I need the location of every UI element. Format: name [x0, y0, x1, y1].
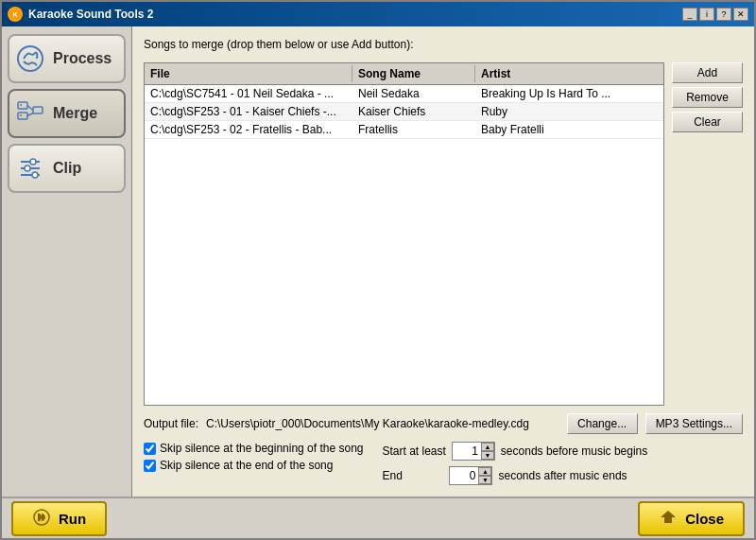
- sidebar-item-merge[interactable]: Merge: [8, 89, 126, 138]
- end-timing-label: End: [382, 469, 443, 482]
- app-icon: K: [8, 7, 23, 22]
- options-section: Skip silence at the beginning of the son…: [144, 442, 743, 485]
- sidebar-process-label: Process: [53, 50, 112, 67]
- td-artist: Ruby: [475, 103, 627, 120]
- td-file: C:\cdg\SC7541 - 01 Neil Sedaka - ...: [145, 85, 352, 102]
- start-timing-label: Start at least: [382, 444, 445, 458]
- skip-silence-end-row: Skip silence at the end of the song: [144, 459, 363, 472]
- td-artist: Breaking Up Is Hard To ...: [475, 85, 627, 102]
- skip-silence-start-checkbox[interactable]: [144, 443, 156, 455]
- col-header-song: Song Name: [352, 65, 475, 82]
- td-artist: Baby Fratelli: [475, 121, 627, 138]
- process-icon: [15, 44, 45, 74]
- start-value-input[interactable]: 1: [453, 443, 481, 460]
- add-button[interactable]: Add: [672, 62, 743, 83]
- skip-silence-end-checkbox[interactable]: [144, 460, 156, 472]
- mp3-settings-button[interactable]: MP3 Settings...: [645, 413, 743, 434]
- table-buttons: Add Remove Clear: [672, 62, 743, 406]
- end-spinner-up[interactable]: ▲: [478, 467, 491, 476]
- start-spinner-up[interactable]: ▲: [481, 443, 494, 451]
- end-spinner-down[interactable]: ▼: [478, 476, 491, 484]
- footer: Run Close: [2, 496, 754, 538]
- change-button[interactable]: Change...: [567, 413, 638, 434]
- td-song: Kaiser Chiefs: [352, 103, 475, 120]
- close-label: Close: [685, 511, 724, 527]
- skip-silence-start-row: Skip silence at the beginning of the son…: [144, 442, 363, 455]
- start-timing-after: seconds before music begins: [501, 444, 647, 458]
- svg-point-11: [30, 159, 36, 165]
- table-body: C:\cdg\SC7541 - 01 Neil Sedaka - ... Nei…: [145, 85, 663, 405]
- td-file: C:\cdg\SF253 - 02 - Fratellis - Bab...: [145, 121, 352, 138]
- timing-col: Start at least 1 ▲ ▼ seconds before musi…: [382, 442, 647, 485]
- merge-icon: [15, 98, 45, 129]
- svg-point-2: [18, 46, 43, 71]
- sidebar-item-clip[interactable]: Clip: [8, 144, 126, 193]
- titlebar-buttons: _ i ? ✕: [682, 8, 748, 21]
- svg-point-13: [32, 172, 38, 178]
- titlebar-left: K Karaoke Sound Tools 2: [8, 7, 153, 22]
- help-button[interactable]: ?: [716, 8, 731, 21]
- checkboxes-col: Skip silence at the beginning of the son…: [144, 442, 363, 485]
- window-title: Karaoke Sound Tools 2: [28, 8, 153, 21]
- table-header: File Song Name Artist: [145, 63, 663, 85]
- end-spinner-container: 0 ▲ ▼: [449, 466, 492, 485]
- remove-button[interactable]: Remove: [672, 87, 743, 108]
- end-timing-row: End 0 ▲ ▼ seconds after music ends: [382, 466, 647, 485]
- close-button[interactable]: Close: [638, 501, 745, 536]
- info-button[interactable]: i: [699, 8, 714, 21]
- col-header-file: File: [145, 65, 352, 82]
- end-spinner-buttons: ▲ ▼: [478, 467, 491, 484]
- td-file: C:\cdg\SF253 - 01 - Kaiser Chiefs -...: [145, 103, 352, 120]
- svg-rect-3: [18, 102, 27, 109]
- start-spinner-down[interactable]: ▼: [481, 451, 494, 460]
- svg-point-7: [20, 114, 22, 116]
- skip-silence-start-label: Skip silence at the beginning of the son…: [160, 442, 363, 455]
- output-label: Output file:: [144, 417, 198, 430]
- svg-point-6: [20, 104, 22, 106]
- sidebar-merge-label: Merge: [53, 105, 97, 122]
- minimize-button[interactable]: _: [682, 8, 697, 21]
- table-row[interactable]: C:\cdg\SC7541 - 01 Neil Sedaka - ... Nei…: [145, 85, 663, 103]
- main-window: K Karaoke Sound Tools 2 _ i ? ✕: [0, 0, 756, 540]
- skip-silence-end-label: Skip silence at the end of the song: [160, 459, 333, 472]
- td-song: Neil Sedaka: [352, 85, 475, 102]
- svg-rect-5: [33, 107, 43, 113]
- section-label: Songs to merge (drop them below or use A…: [144, 38, 743, 51]
- close-icon: [659, 508, 678, 530]
- start-spinner-container: 1 ▲ ▼: [452, 442, 495, 461]
- clear-button[interactable]: Clear: [672, 112, 743, 132]
- run-button[interactable]: Run: [11, 501, 107, 536]
- svg-text:K: K: [12, 11, 17, 18]
- songs-table: File Song Name Artist C:\cdg\SC7541 - 01…: [144, 62, 664, 406]
- sidebar-item-process[interactable]: Process: [8, 34, 126, 83]
- clip-icon: [15, 153, 45, 183]
- output-row: Output file: C:\Users\piotr_000\Document…: [144, 413, 743, 434]
- close-window-button[interactable]: ✕: [733, 8, 748, 21]
- end-value-input[interactable]: 0: [450, 467, 478, 484]
- songs-area: File Song Name Artist C:\cdg\SC7541 - 01…: [144, 62, 743, 406]
- sidebar: Process Merge: [2, 26, 132, 496]
- sidebar-clip-label: Clip: [53, 160, 81, 177]
- svg-rect-4: [18, 113, 27, 119]
- main-content: Songs to merge (drop them below or use A…: [132, 26, 754, 496]
- window-body: Process Merge: [2, 26, 754, 496]
- col-header-artist: Artist: [475, 65, 627, 82]
- output-path: C:\Users\piotr_000\Documents\My Karaoke\…: [206, 417, 559, 430]
- svg-point-12: [25, 165, 30, 171]
- titlebar: K Karaoke Sound Tools 2 _ i ? ✕: [2, 2, 754, 26]
- start-spinner-buttons: ▲ ▼: [481, 443, 494, 460]
- end-timing-after: seconds after music ends: [498, 469, 627, 482]
- table-row[interactable]: C:\cdg\SF253 - 01 - Kaiser Chiefs -... K…: [145, 103, 663, 121]
- run-label: Run: [59, 511, 86, 527]
- table-row[interactable]: C:\cdg\SF253 - 02 - Fratellis - Bab... F…: [145, 121, 663, 139]
- start-timing-row: Start at least 1 ▲ ▼ seconds before musi…: [382, 442, 647, 461]
- run-icon: [32, 508, 51, 530]
- td-song: Fratellis: [352, 121, 475, 138]
